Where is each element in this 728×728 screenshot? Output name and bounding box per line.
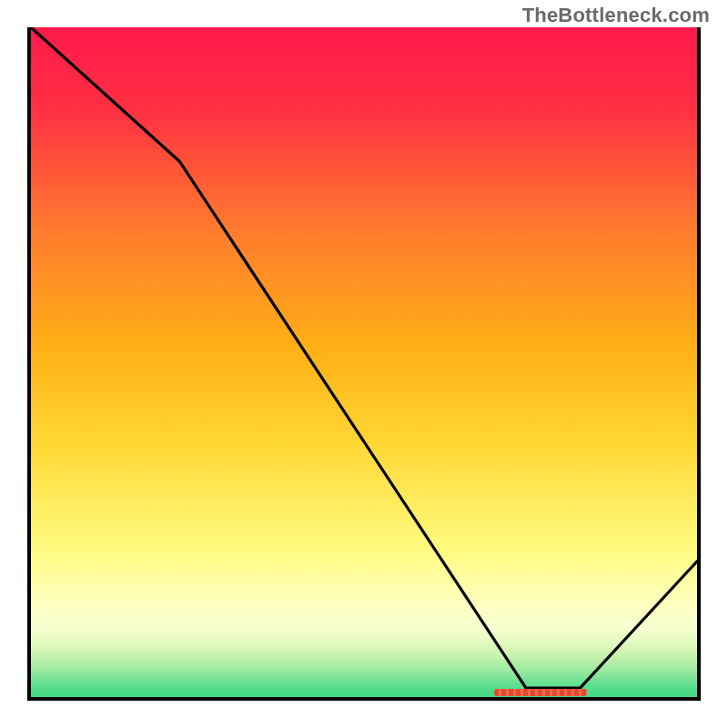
watermark-text: TheBottleneck.com xyxy=(522,4,710,27)
optimal-range-marker xyxy=(494,689,587,696)
chart-plot-area xyxy=(27,27,701,701)
chart-line-series xyxy=(31,27,697,697)
